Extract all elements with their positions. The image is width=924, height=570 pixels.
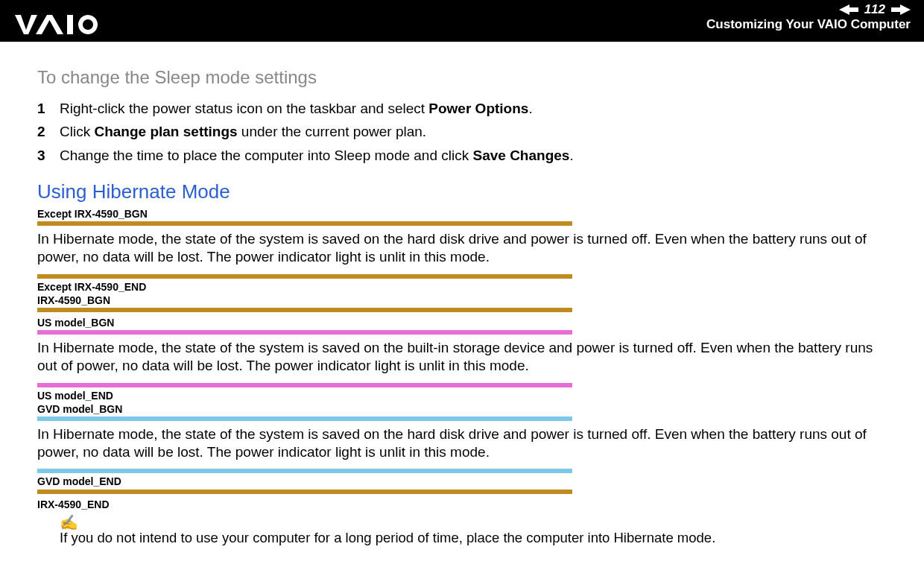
- step-2: 2 Click Change plan settings under the c…: [37, 120, 887, 143]
- hibernate-para-hdd-1: In Hibernate mode, the state of the syst…: [37, 230, 887, 267]
- bar-mustard: [37, 308, 572, 312]
- step-list: 1 Right-click the power status icon on t…: [37, 97, 887, 167]
- tag-us-bgn: US model_BGN: [37, 317, 887, 329]
- tag-us-end: US model_END: [37, 390, 887, 402]
- step-text: Change the time to place the computer in…: [60, 144, 574, 167]
- next-page-arrow[interactable]: [891, 4, 911, 15]
- bar-sky: [37, 417, 572, 421]
- header-nav: 112 Customizing Your VAIO Computer: [706, 3, 911, 32]
- note-block: ✍ If you do not intend to use your compu…: [60, 515, 887, 546]
- sleep-settings-heading: To change the Sleep mode settings: [37, 67, 887, 88]
- bar-mustard: [37, 490, 572, 494]
- tag-irx-end: IRX-4590_END: [37, 498, 887, 510]
- tag-gvd-end: GVD model_END: [37, 475, 887, 487]
- hibernate-para-builtin: In Hibernate mode, the state of the syst…: [37, 339, 887, 376]
- svg-marker-1: [839, 4, 858, 15]
- step-text: Click Change plan settings under the cur…: [60, 120, 426, 143]
- bar-magenta: [37, 330, 572, 335]
- bar-mustard: [37, 274, 572, 279]
- section-title: Customizing Your VAIO Computer: [706, 17, 911, 32]
- bar-mustard: [37, 221, 572, 226]
- step-1: 1 Right-click the power status icon on t…: [37, 97, 887, 120]
- step-text: Right-click the power status icon on the…: [60, 97, 533, 120]
- tag-except-irx-bgn: Except IRX-4590_BGN: [37, 208, 887, 220]
- note-text: If you do not intend to use your compute…: [60, 530, 887, 546]
- step-number: 1: [37, 97, 60, 120]
- tag-gvd-bgn: GVD model_BGN: [37, 403, 887, 415]
- page-content: To change the Sleep mode settings 1 Righ…: [0, 42, 924, 554]
- tag-except-irx-end: Except IRX-4590_END: [37, 281, 887, 293]
- hibernate-para-hdd-2: In Hibernate mode, the state of the syst…: [37, 425, 887, 462]
- step-number: 3: [37, 144, 60, 167]
- svg-marker-2: [891, 4, 911, 15]
- hibernate-heading: Using Hibernate Mode: [37, 180, 887, 203]
- step-3: 3 Change the time to place the computer …: [37, 144, 887, 167]
- prev-page-arrow[interactable]: [839, 4, 858, 15]
- note-pencil-icon: ✍: [60, 515, 887, 530]
- page-number: 112: [864, 3, 885, 16]
- vaio-logo: [13, 13, 110, 36]
- bar-magenta: [37, 383, 572, 387]
- step-number: 2: [37, 120, 60, 143]
- svg-rect-0: [67, 15, 73, 34]
- bar-sky: [37, 469, 572, 473]
- header-bar: 112 Customizing Your VAIO Computer: [0, 0, 924, 42]
- tag-irx-bgn: IRX-4590_BGN: [37, 294, 887, 306]
